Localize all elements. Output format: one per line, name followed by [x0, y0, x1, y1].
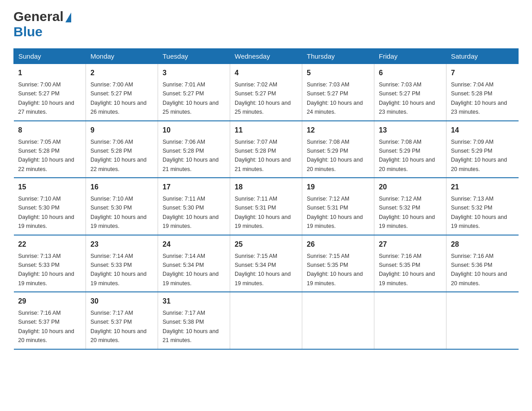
day-info: Sunrise: 7:05 AMSunset: 5:28 PMDaylight:… [18, 139, 74, 172]
day-number: 1 [18, 68, 82, 78]
calendar-cell: 29Sunrise: 7:16 AMSunset: 5:37 PMDayligh… [14, 292, 86, 349]
calendar-cell: 16Sunrise: 7:10 AMSunset: 5:30 PMDayligh… [86, 178, 158, 235]
day-info: Sunrise: 7:11 AMSunset: 5:30 PMDaylight:… [163, 196, 219, 229]
calendar-cell: 22Sunrise: 7:13 AMSunset: 5:33 PMDayligh… [14, 235, 86, 292]
calendar-week-row: 1Sunrise: 7:00 AMSunset: 5:27 PMDaylight… [14, 64, 519, 121]
calendar-cell: 2Sunrise: 7:00 AMSunset: 5:27 PMDaylight… [86, 64, 158, 121]
day-info: Sunrise: 7:15 AMSunset: 5:34 PMDaylight:… [235, 253, 291, 287]
day-number: 18 [235, 182, 297, 193]
calendar-cell: 14Sunrise: 7:09 AMSunset: 5:29 PMDayligh… [446, 121, 519, 178]
calendar-cell: 12Sunrise: 7:08 AMSunset: 5:29 PMDayligh… [302, 121, 374, 178]
calendar-cell [446, 292, 519, 349]
day-number: 29 [18, 296, 82, 307]
calendar-cell: 8Sunrise: 7:05 AMSunset: 5:28 PMDaylight… [14, 121, 86, 178]
day-number: 22 [18, 239, 82, 250]
day-info: Sunrise: 7:10 AMSunset: 5:30 PMDaylight:… [18, 196, 74, 229]
day-info: Sunrise: 7:09 AMSunset: 5:29 PMDaylight:… [451, 139, 507, 172]
day-number: 7 [451, 68, 514, 78]
day-number: 11 [235, 125, 297, 136]
day-number: 9 [90, 125, 153, 136]
day-number: 24 [163, 239, 225, 250]
calendar-cell: 15Sunrise: 7:10 AMSunset: 5:30 PMDayligh… [14, 178, 86, 235]
day-info: Sunrise: 7:15 AMSunset: 5:35 PMDaylight:… [307, 253, 363, 287]
calendar-cell: 26Sunrise: 7:15 AMSunset: 5:35 PMDayligh… [302, 235, 374, 292]
calendar-cell: 7Sunrise: 7:04 AMSunset: 5:28 PMDaylight… [446, 64, 519, 121]
logo: General Blue [13, 9, 71, 39]
calendar-cell: 13Sunrise: 7:08 AMSunset: 5:29 PMDayligh… [374, 121, 446, 178]
calendar-week-row: 29Sunrise: 7:16 AMSunset: 5:37 PMDayligh… [14, 292, 519, 349]
calendar-cell: 30Sunrise: 7:17 AMSunset: 5:37 PMDayligh… [86, 292, 158, 349]
calendar-cell: 19Sunrise: 7:12 AMSunset: 5:31 PMDayligh… [302, 178, 374, 235]
calendar-cell: 24Sunrise: 7:14 AMSunset: 5:34 PMDayligh… [158, 235, 230, 292]
day-number: 12 [307, 125, 369, 136]
day-info: Sunrise: 7:08 AMSunset: 5:29 PMDaylight:… [307, 139, 363, 172]
calendar-cell: 5Sunrise: 7:03 AMSunset: 5:27 PMDaylight… [302, 64, 374, 121]
col-sunday: Sunday [14, 49, 86, 64]
calendar-cell: 31Sunrise: 7:17 AMSunset: 5:38 PMDayligh… [158, 292, 230, 349]
calendar-cell: 10Sunrise: 7:06 AMSunset: 5:28 PMDayligh… [158, 121, 230, 178]
day-info: Sunrise: 7:17 AMSunset: 5:38 PMDaylight:… [163, 310, 219, 343]
day-number: 23 [90, 239, 153, 250]
day-number: 8 [18, 125, 82, 136]
day-number: 25 [235, 239, 297, 250]
logo-general-text: General [13, 9, 64, 24]
col-thursday: Thursday [302, 49, 374, 64]
day-info: Sunrise: 7:02 AMSunset: 5:27 PMDaylight:… [235, 81, 291, 115]
calendar-cell: 3Sunrise: 7:01 AMSunset: 5:27 PMDaylight… [158, 64, 230, 121]
day-number: 3 [163, 68, 225, 78]
col-wednesday: Wednesday [230, 49, 302, 64]
calendar-cell: 28Sunrise: 7:16 AMSunset: 5:36 PMDayligh… [446, 235, 519, 292]
day-info: Sunrise: 7:16 AMSunset: 5:36 PMDaylight:… [451, 253, 507, 287]
day-number: 13 [379, 125, 442, 136]
calendar-cell: 11Sunrise: 7:07 AMSunset: 5:28 PMDayligh… [230, 121, 302, 178]
day-info: Sunrise: 7:16 AMSunset: 5:35 PMDaylight:… [379, 253, 435, 287]
day-number: 19 [307, 182, 369, 193]
day-number: 20 [379, 182, 442, 193]
day-number: 17 [163, 182, 225, 193]
calendar-week-row: 8Sunrise: 7:05 AMSunset: 5:28 PMDaylight… [14, 121, 519, 178]
calendar-cell: 4Sunrise: 7:02 AMSunset: 5:27 PMDaylight… [230, 64, 302, 121]
col-saturday: Saturday [446, 49, 519, 64]
day-number: 31 [163, 296, 225, 307]
calendar-cell: 6Sunrise: 7:03 AMSunset: 5:27 PMDaylight… [374, 64, 446, 121]
day-number: 28 [451, 239, 514, 250]
calendar-cell [374, 292, 446, 349]
day-number: 14 [451, 125, 514, 136]
logo-triangle-icon [65, 13, 71, 22]
day-number: 21 [451, 182, 514, 193]
col-monday: Monday [86, 49, 158, 64]
day-info: Sunrise: 7:04 AMSunset: 5:28 PMDaylight:… [451, 81, 507, 115]
day-info: Sunrise: 7:10 AMSunset: 5:30 PMDaylight:… [90, 196, 146, 229]
day-info: Sunrise: 7:12 AMSunset: 5:32 PMDaylight:… [379, 196, 435, 229]
day-number: 15 [18, 182, 82, 193]
day-info: Sunrise: 7:00 AMSunset: 5:27 PMDaylight:… [90, 81, 146, 115]
calendar-header-row: Sunday Monday Tuesday Wednesday Thursday… [14, 49, 519, 64]
day-info: Sunrise: 7:03 AMSunset: 5:27 PMDaylight:… [307, 81, 363, 115]
calendar-cell: 23Sunrise: 7:14 AMSunset: 5:33 PMDayligh… [86, 235, 158, 292]
day-number: 30 [90, 296, 153, 307]
calendar-cell: 18Sunrise: 7:11 AMSunset: 5:31 PMDayligh… [230, 178, 302, 235]
day-info: Sunrise: 7:06 AMSunset: 5:28 PMDaylight:… [90, 139, 146, 172]
calendar-cell: 1Sunrise: 7:00 AMSunset: 5:27 PMDaylight… [14, 64, 86, 121]
calendar-cell: 25Sunrise: 7:15 AMSunset: 5:34 PMDayligh… [230, 235, 302, 292]
day-info: Sunrise: 7:12 AMSunset: 5:31 PMDaylight:… [307, 196, 363, 229]
calendar-cell: 21Sunrise: 7:13 AMSunset: 5:32 PMDayligh… [446, 178, 519, 235]
day-info: Sunrise: 7:14 AMSunset: 5:34 PMDaylight:… [163, 253, 219, 287]
day-info: Sunrise: 7:00 AMSunset: 5:27 PMDaylight:… [18, 81, 74, 115]
day-number: 26 [307, 239, 369, 250]
day-info: Sunrise: 7:14 AMSunset: 5:33 PMDaylight:… [90, 253, 146, 287]
calendar-table: Sunday Monday Tuesday Wednesday Thursday… [13, 48, 519, 350]
day-number: 2 [90, 68, 153, 78]
calendar-cell: 17Sunrise: 7:11 AMSunset: 5:30 PMDayligh… [158, 178, 230, 235]
day-info: Sunrise: 7:17 AMSunset: 5:37 PMDaylight:… [90, 310, 146, 343]
day-number: 16 [90, 182, 153, 193]
calendar-cell [302, 292, 374, 349]
col-friday: Friday [374, 49, 446, 64]
day-number: 4 [235, 68, 297, 78]
day-info: Sunrise: 7:13 AMSunset: 5:33 PMDaylight:… [18, 253, 74, 287]
calendar-cell: 27Sunrise: 7:16 AMSunset: 5:35 PMDayligh… [374, 235, 446, 292]
day-number: 10 [163, 125, 225, 136]
day-info: Sunrise: 7:13 AMSunset: 5:32 PMDaylight:… [451, 196, 507, 229]
day-info: Sunrise: 7:08 AMSunset: 5:29 PMDaylight:… [379, 139, 435, 172]
calendar-week-row: 22Sunrise: 7:13 AMSunset: 5:33 PMDayligh… [14, 235, 519, 292]
